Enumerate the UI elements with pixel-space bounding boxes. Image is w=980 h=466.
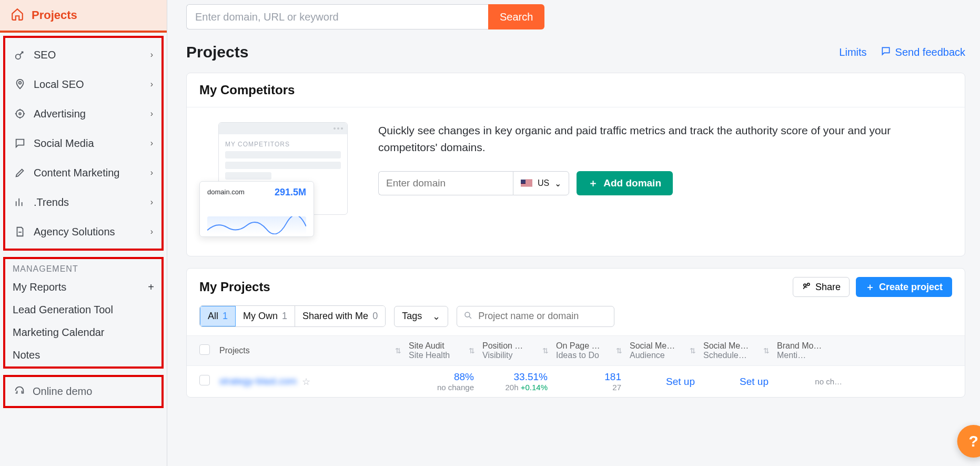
chevron-right-icon: ›: [150, 197, 153, 207]
send-feedback-link[interactable]: Send feedback: [881, 46, 965, 59]
plus-icon: ＋: [865, 281, 875, 293]
chevron-right-icon: ›: [150, 109, 153, 118]
svg-point-4: [804, 284, 806, 286]
svg-point-1: [19, 82, 22, 84]
my-projects-card: My Projects Share ＋ Create project All 1: [186, 268, 965, 398]
target-icon: [14, 107, 26, 120]
competitor-domain-input[interactable]: [378, 171, 513, 195]
svg-point-3: [19, 113, 21, 115]
sort-icon: ⇅: [542, 346, 549, 355]
sidebar-management-highlight: MANAGEMENT My Reports + Lead Generation …: [3, 257, 164, 369]
tags-dropdown[interactable]: Tags ⌄: [394, 306, 448, 327]
nav-advertising[interactable]: Advertising ›: [5, 99, 161, 128]
filter-count: 1: [282, 311, 287, 322]
chevron-right-icon: ›: [150, 168, 153, 177]
global-search: Search: [186, 4, 965, 29]
sidebar-home[interactable]: Projects: [0, 0, 167, 33]
chevron-down-icon: ⌄: [554, 179, 561, 189]
share-icon: [802, 281, 811, 293]
sort-icon: ⇅: [616, 346, 622, 355]
online-demo[interactable]: Online demo: [5, 377, 161, 406]
plus-icon[interactable]: +: [148, 281, 154, 293]
chevron-right-icon: ›: [150, 138, 153, 148]
file-icon: [14, 225, 26, 238]
chevron-right-icon: ›: [150, 80, 153, 89]
cell-brand: no ch…: [773, 372, 846, 391]
row-checkbox[interactable]: [199, 375, 210, 385]
filter-shared[interactable]: Shared with Me 0: [295, 306, 385, 326]
select-all-checkbox[interactable]: [199, 344, 210, 355]
nav-content-marketing[interactable]: Content Marketing ›: [5, 158, 161, 187]
filter-all[interactable]: All 1: [200, 306, 236, 326]
filter-my-own[interactable]: My Own 1: [236, 306, 295, 326]
country-label: US: [538, 179, 549, 188]
star-icon[interactable]: ☆: [302, 376, 310, 388]
mgmt-label: Lead Generation Tool: [13, 304, 113, 316]
main-content: Search Projects Limits Send feedback My …: [167, 0, 980, 466]
chat-icon: [14, 137, 26, 150]
nav-label: SEO: [34, 49, 143, 61]
mgmt-notes[interactable]: Notes: [5, 344, 161, 366]
col-brand[interactable]: Brand Mo…Menti…: [773, 336, 846, 365]
svg-point-2: [16, 110, 24, 118]
cell-social-schedule[interactable]: Set up: [699, 371, 773, 393]
chevron-right-icon: ›: [150, 227, 153, 236]
chevron-right-icon: ›: [150, 50, 153, 60]
search-button[interactable]: Search: [488, 4, 544, 29]
sidebar: Projects SEO › Local SEO › Advertising ›…: [0, 0, 167, 466]
svg-point-6: [465, 312, 470, 317]
projects-table: Projects⇅ Site AuditSite Health⇅ Positio…: [187, 335, 965, 397]
sidebar-demo-highlight: Online demo: [3, 375, 164, 408]
nav-trends[interactable]: .Trends ›: [5, 187, 161, 217]
table-row: strategy-blast.com ☆ 88% no change 33.51…: [187, 366, 965, 397]
mgmt-marketing-calendar[interactable]: Marketing Calendar: [5, 321, 161, 344]
project-name[interactable]: strategy-blast.com: [219, 376, 297, 387]
nav-label: Content Marketing: [34, 167, 143, 179]
nav-label: Local SEO: [34, 78, 143, 91]
sidebar-home-label: Projects: [32, 8, 77, 22]
share-button[interactable]: Share: [793, 277, 850, 297]
nav-label: Agency Solutions: [34, 226, 143, 238]
nav-social-media[interactable]: Social Media ›: [5, 128, 161, 158]
nav-seo[interactable]: SEO ›: [5, 40, 161, 70]
cell-position: 33.51% 20h +0.14%: [478, 366, 552, 397]
col-site-audit[interactable]: Site AuditSite Health⇅: [405, 336, 478, 365]
mgmt-label: My Reports: [13, 281, 66, 293]
col-social-audience[interactable]: Social Me…Audience⇅: [625, 336, 699, 365]
filter-count: 0: [372, 311, 378, 322]
cell-social-audience[interactable]: Set up: [625, 371, 699, 393]
mgmt-lead-gen[interactable]: Lead Generation Tool: [5, 299, 161, 321]
filter-count: 1: [223, 311, 228, 322]
feedback-label: Send feedback: [895, 46, 965, 58]
tags-label: Tags: [402, 311, 422, 322]
filter-label: My Own: [243, 311, 278, 322]
nav-label: .Trends: [34, 196, 143, 209]
create-project-button[interactable]: ＋ Create project: [856, 277, 952, 297]
competitors-title: My Competitors: [187, 73, 965, 107]
project-search-input[interactable]: [478, 311, 608, 322]
add-domain-button[interactable]: ＋ Add domain: [577, 171, 673, 195]
help-button[interactable]: ?: [957, 425, 980, 458]
col-on-page[interactable]: On Page …Ideas to Do⇅: [552, 336, 625, 365]
nav-label: Social Media: [34, 137, 143, 150]
country-select[interactable]: US ⌄: [513, 171, 569, 195]
col-position[interactable]: Position …Visibility⇅: [478, 336, 552, 365]
us-flag-icon: [521, 180, 532, 187]
col-social-schedule[interactable]: Social Me…Schedule…⇅: [699, 336, 773, 365]
plus-icon: ＋: [588, 176, 598, 190]
limits-link[interactable]: Limits: [839, 46, 866, 58]
projects-title: My Projects: [199, 280, 270, 294]
mgmt-my-reports[interactable]: My Reports +: [5, 276, 161, 299]
sort-icon: ⇅: [469, 346, 475, 355]
nav-agency-solutions[interactable]: Agency Solutions ›: [5, 217, 161, 246]
create-label: Create project: [879, 282, 943, 293]
svg-point-5: [807, 283, 810, 285]
page-title: Projects: [186, 43, 248, 61]
sort-icon: ⇅: [395, 346, 401, 355]
filter-label: Shared with Me: [302, 311, 368, 322]
search-input[interactable]: [186, 4, 488, 29]
sort-icon: ⇅: [763, 346, 770, 355]
col-projects[interactable]: Projects⇅: [215, 341, 405, 361]
nav-local-seo[interactable]: Local SEO ›: [5, 70, 161, 99]
project-search[interactable]: [457, 306, 614, 327]
